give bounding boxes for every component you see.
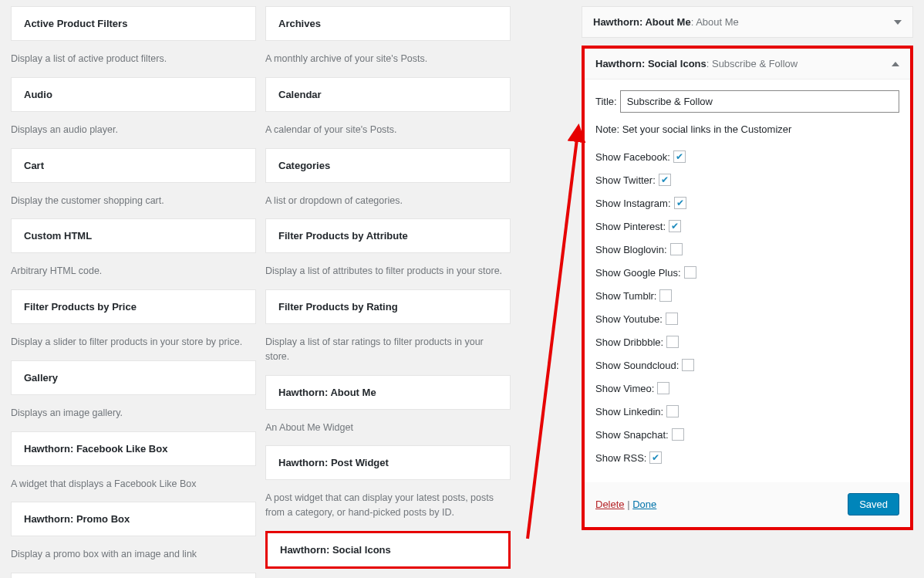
title-input[interactable] xyxy=(620,90,899,113)
option-checkbox[interactable] xyxy=(659,289,672,302)
widget-card[interactable]: Hawthorn: Post Widget xyxy=(265,445,511,480)
option-label: Show Tumblr: xyxy=(595,290,656,302)
option-label: Show Google Plus: xyxy=(595,267,681,279)
widget-card-desc: Display the customer shopping cart. xyxy=(11,183,256,219)
widget-card[interactable]: Cart xyxy=(11,148,256,183)
option-label: Show Bloglovin: xyxy=(595,244,667,255)
option-checkbox[interactable] xyxy=(682,359,694,371)
option-checkbox[interactable] xyxy=(666,313,678,325)
widget-social-icons-header[interactable]: Hawthorn: Social Icons: Subscribe & Foll… xyxy=(585,49,910,79)
option-row: Show Dribbble: xyxy=(595,336,899,348)
option-row: Show RSS: xyxy=(595,451,899,464)
widget-card-desc: A post widget that can display your late… xyxy=(265,480,511,531)
widget-card[interactable]: Gallery xyxy=(11,360,256,395)
option-checkbox[interactable] xyxy=(684,266,696,279)
option-row: Show Bloglovin: xyxy=(595,243,899,255)
option-row: Show Vimeo: xyxy=(595,382,899,394)
widget-card-title: Gallery xyxy=(24,372,243,384)
option-checkbox[interactable] xyxy=(657,382,669,394)
widget-card-desc: Arbitrary HTML code. xyxy=(11,253,256,289)
widget-card-desc: An About Me Widget xyxy=(265,410,511,446)
option-row: Show Instagram: xyxy=(595,197,899,209)
option-label: Show Pinterest: xyxy=(595,221,666,232)
widget-card-title: Calendar xyxy=(278,89,497,100)
option-label: Show RSS: xyxy=(595,452,646,464)
widget-card-title: Filter Products by Attribute xyxy=(278,230,497,242)
widget-card[interactable]: Audio xyxy=(11,77,256,112)
widget-actions: Delete | Done Saved xyxy=(585,482,910,526)
done-link[interactable]: Done xyxy=(632,499,656,510)
option-checkbox[interactable] xyxy=(673,150,686,163)
option-row: Show Pinterest: xyxy=(595,220,899,232)
chevron-up-icon xyxy=(892,62,899,66)
option-label: Show Soundcloud: xyxy=(595,360,679,371)
widget-card-desc: A widget that displays a Facebook Like B… xyxy=(11,466,256,502)
widget-card-title: Filter Products by Price xyxy=(24,301,243,313)
widget-card-title: Archives xyxy=(278,18,497,29)
widget-card[interactable]: Filter Products by Rating xyxy=(265,289,511,324)
widget-card[interactable]: Hawthorn: Social Icons xyxy=(265,531,511,569)
widget-header-subtitle: : Subscribe & Follow xyxy=(706,58,798,69)
note-text: Note: Set your social links in the Custo… xyxy=(595,123,899,135)
widget-card[interactable]: Hawthorn: Promo Box xyxy=(11,502,256,536)
option-row: Show Snapchat: xyxy=(595,428,899,441)
widget-header-name: Hawthorn: Social Icons xyxy=(595,58,706,69)
widget-card-desc: A monthly archive of your site's Posts. xyxy=(265,41,511,77)
option-checkbox[interactable] xyxy=(666,405,679,417)
widget-card[interactable]: Archives xyxy=(265,6,511,41)
widget-card[interactable]: Active Product Filters xyxy=(11,6,256,41)
widget-card-title: Hawthorn: Post Widget xyxy=(278,457,497,468)
delete-link[interactable]: Delete xyxy=(595,499,625,510)
widget-card-title: Hawthorn: Social Icons xyxy=(280,544,496,556)
option-label: Show Snapchat: xyxy=(595,429,669,441)
option-checkbox[interactable] xyxy=(674,197,686,209)
widget-header-subtitle: : About Me xyxy=(691,16,739,28)
widget-card-desc: Display a list of attributes to filter p… xyxy=(265,253,511,289)
option-label: Show Instagram: xyxy=(595,198,671,209)
widget-card[interactable]: Hawthorn: Facebook Like Box xyxy=(11,431,256,466)
option-checkbox[interactable] xyxy=(669,220,681,232)
widget-card[interactable]: Hawthorn: About Me xyxy=(265,375,511,410)
available-widgets: Active Product FiltersDisplay a list of … xyxy=(11,6,572,578)
widget-card-desc: A list or dropdown of categories. xyxy=(265,183,511,219)
widget-card[interactable]: Calendar xyxy=(265,77,511,112)
option-row: Show Youtube: xyxy=(595,313,899,325)
option-label: Show Vimeo: xyxy=(595,383,654,394)
option-row: Show Soundcloud: xyxy=(595,359,899,371)
saved-button[interactable]: Saved xyxy=(848,493,899,515)
option-label: Show Linkedin: xyxy=(595,406,663,417)
widget-card-desc: A calendar of your site's Posts. xyxy=(265,112,511,148)
widget-about-me-header[interactable]: Hawthorn: About Me: About Me xyxy=(582,6,913,38)
widget-card-desc: Display a promo box with an image and li… xyxy=(11,536,256,573)
widget-card-title: Active Product Filters xyxy=(24,18,243,29)
option-checkbox[interactable] xyxy=(666,336,679,348)
option-label: Show Youtube: xyxy=(595,313,663,325)
widget-card-desc: Display a list of active product filters… xyxy=(11,41,256,77)
widget-card-desc: Displays an audio player. xyxy=(11,112,256,148)
option-label: Show Dribbble: xyxy=(595,336,663,348)
widget-form: Title: Note: Set your social links in th… xyxy=(585,79,910,482)
widget-card-title: Categories xyxy=(278,160,497,171)
widget-card[interactable]: Filter Products by Attribute xyxy=(265,218,511,253)
widget-card-desc: Display a slider to filter products in y… xyxy=(11,324,256,360)
option-checkbox[interactable] xyxy=(659,174,671,186)
widget-social-icons-open: Hawthorn: Social Icons: Subscribe & Foll… xyxy=(582,46,913,530)
option-label: Show Twitter: xyxy=(595,174,656,186)
widget-card-title: Hawthorn: About Me xyxy=(278,387,497,398)
widget-card-title: Filter Products by Rating xyxy=(278,301,497,313)
widget-card[interactable]: Custom HTML xyxy=(11,218,256,253)
widget-card-desc: Displays an image gallery. xyxy=(11,395,256,431)
widget-card-desc: Display a list of star ratings to filter… xyxy=(265,324,511,375)
option-checkbox[interactable] xyxy=(672,428,684,441)
option-checkbox[interactable] xyxy=(649,451,662,464)
widget-header-name: Hawthorn: About Me xyxy=(593,16,691,28)
option-row: Show Tumblr: xyxy=(595,289,899,302)
widget-card-desc: A widget that displays your social icons xyxy=(265,569,511,578)
widget-card[interactable]: Image xyxy=(11,573,256,578)
option-checkbox[interactable] xyxy=(670,243,683,255)
option-row: Show Twitter: xyxy=(595,174,899,186)
widget-card[interactable]: Categories xyxy=(265,148,511,183)
title-label: Title: xyxy=(595,96,617,107)
widget-card-title: Audio xyxy=(24,89,243,100)
widget-card[interactable]: Filter Products by Price xyxy=(11,289,256,324)
